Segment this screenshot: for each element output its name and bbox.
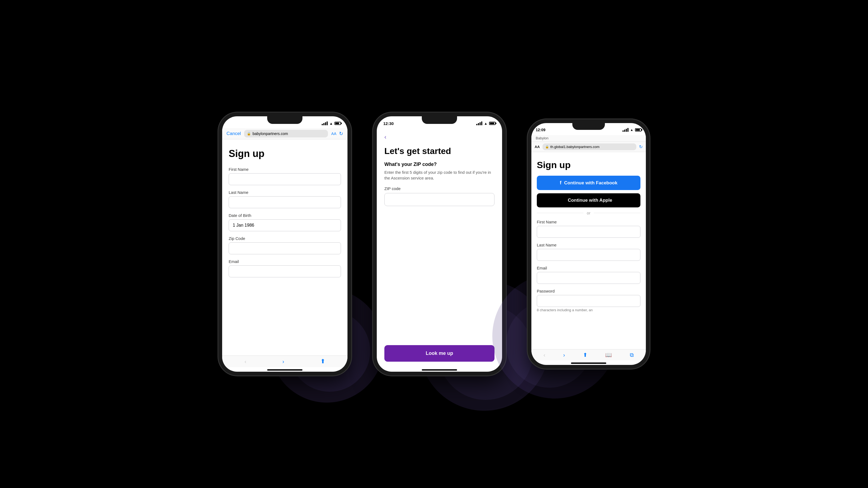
phone1-nav-right: AA ↻ — [331, 131, 343, 137]
phone3-first-name-group: First Name — [537, 220, 641, 238]
phone2-battery-fill — [490, 123, 494, 124]
phone2-battery — [489, 122, 496, 125]
phone1-dob-input[interactable] — [229, 219, 341, 231]
battery-fill — [335, 123, 339, 124]
phone3-app-name: Babylon — [536, 136, 549, 140]
phone3-password-label: Password — [537, 289, 641, 293]
phone1-email-label: Email — [229, 259, 341, 264]
phone3-reload[interactable]: ↻ — [639, 144, 643, 150]
phone1-safari-bottom: ‹ › ⬆ — [222, 355, 347, 367]
or-text: or — [587, 210, 590, 215]
lock-icon: 🔒 — [247, 132, 251, 135]
phone2-zip-input[interactable] — [384, 193, 495, 206]
phone3-safari-nav: AA 🔒 th.global1.babylonpartners.com ↻ — [531, 142, 646, 152]
facebook-button-label: Continue with Facebook — [564, 180, 617, 186]
phone1-dob-group: Date of Birth — [229, 213, 341, 231]
phone2-home-indicator — [422, 369, 457, 370]
phone1-screen: ▲ Cancel 🔒 babylonpartners.com AA — [222, 116, 347, 372]
phone3-signup-title: Sign up — [537, 160, 641, 170]
phone3-time: 12:09 — [536, 128, 546, 132]
phone1-zip-group: Zip Code — [229, 236, 341, 254]
p3s1 — [622, 130, 624, 132]
cancel-button[interactable]: Cancel — [226, 131, 241, 136]
p3s2 — [624, 130, 625, 132]
p3s3 — [626, 129, 627, 132]
phone1-dob-label: Date of Birth — [229, 213, 341, 218]
phone2-zip-desc: Enter the first 5 digits of your zip cod… — [384, 169, 495, 181]
phone2: 12:30 ▲ — [373, 112, 506, 376]
phone2-zip-question: What's your ZIP code? — [384, 162, 495, 167]
s2 — [478, 123, 479, 125]
reload-button[interactable]: ↻ — [339, 131, 343, 137]
phone1-email-group: Email — [229, 259, 341, 278]
phone2-status-icons: ▲ — [476, 122, 496, 126]
back-button[interactable]: ‹ — [244, 358, 246, 365]
phone3-email-group: Email — [537, 266, 641, 284]
phone3-password-group: Password 8 characters including a number… — [537, 289, 641, 312]
phone1-status-icons: ▲ — [322, 122, 341, 126]
phone1-first-name-input[interactable] — [229, 173, 341, 185]
phone1-first-name-group: First Name — [229, 167, 341, 185]
apple-button[interactable]: Continue with Apple — [537, 193, 641, 207]
phone1-notch — [267, 116, 303, 124]
phone3-share-btn[interactable]: ⬆ — [583, 352, 588, 358]
phone2-wifi: ▲ — [484, 122, 488, 126]
phone3-back-btn[interactable]: ‹ — [544, 352, 546, 358]
phone3: 12:09 ▲ — [528, 119, 650, 369]
phone1-safari-nav: Cancel 🔒 babylonpartners.com AA ↻ — [222, 128, 347, 139]
phone2-notch — [422, 116, 457, 124]
phone1-first-name-label: First Name — [229, 167, 341, 172]
aa-button[interactable]: AA — [331, 131, 336, 136]
phone3-last-name-input[interactable] — [537, 249, 641, 261]
phone2-wrapper: 12:30 ▲ — [373, 112, 506, 376]
phone1-email-input[interactable] — [229, 265, 341, 278]
phone3-notch — [572, 123, 605, 130]
signal-bar-4 — [327, 122, 328, 125]
phone3-wifi: ▲ — [630, 128, 633, 132]
or-divider: or — [537, 210, 641, 215]
phone3-forward-btn[interactable]: › — [563, 352, 565, 358]
phone3-battery-fill — [636, 129, 640, 131]
s3 — [479, 122, 480, 125]
look-me-up-button[interactable]: Look me up — [384, 345, 495, 362]
phone3-wrapper: 12:09 ▲ — [528, 119, 650, 369]
phone3-email-input[interactable] — [537, 272, 641, 284]
phone1-zip-input[interactable] — [229, 242, 341, 254]
phone3-lock-icon: 🔒 — [545, 145, 549, 149]
phone2-content: ‹ Let's get started What's your ZIP code… — [377, 128, 502, 367]
facebook-icon: f — [560, 180, 561, 186]
phone2-signal — [476, 122, 482, 125]
phone1-wrapper: ▲ Cancel 🔒 babylonpartners.com AA — [218, 112, 351, 376]
phone3-last-name-label: Last Name — [537, 242, 641, 247]
phone3-icons: ▲ — [622, 128, 642, 132]
phone3-password-input[interactable] — [537, 295, 641, 307]
phone2-screen: 12:30 ▲ — [377, 116, 502, 372]
phone1-address-bar[interactable]: 🔒 babylonpartners.com — [244, 130, 328, 137]
phone3-home-indicator — [571, 362, 606, 364]
phone2-zip-label: ZIP code — [384, 186, 495, 191]
phone3-url: th.global1.babylonpartners.com — [550, 145, 599, 149]
s4 — [481, 122, 482, 125]
share-button[interactable]: ⬆ — [320, 358, 325, 365]
phone1-zip-label: Zip Code — [229, 236, 341, 241]
battery-icon — [335, 122, 341, 125]
phone3-address-bar[interactable]: 🔒 th.global1.babylonpartners.com — [542, 143, 637, 150]
phone3-aa[interactable]: AA — [535, 145, 540, 149]
phone2-back-button[interactable]: ‹ — [384, 134, 495, 141]
phone3-bookmark-btn[interactable]: 📖 — [605, 352, 612, 358]
phone3-battery — [635, 128, 642, 131]
signal-bar-3 — [325, 122, 326, 125]
phone2-time: 12:30 — [383, 121, 394, 126]
phone3-first-name-input[interactable] — [537, 226, 641, 238]
phone3-password-hint: 8 characters including a number, an — [537, 308, 641, 312]
phone3-last-name-group: Last Name — [537, 242, 641, 261]
phone3-email-label: Email — [537, 266, 641, 270]
forward-button[interactable]: › — [282, 358, 284, 365]
facebook-button[interactable]: f Continue with Facebook — [537, 176, 641, 190]
signal-bar-2 — [323, 123, 324, 125]
phone1-content: Sign up First Name Last Name Date of Bir… — [222, 139, 347, 355]
phone1-last-name-input[interactable] — [229, 196, 341, 208]
phone3-tabs-btn[interactable]: ⧉ — [630, 352, 633, 358]
signal-bar-1 — [322, 124, 323, 125]
phone3-screen: 12:09 ▲ — [531, 123, 646, 365]
